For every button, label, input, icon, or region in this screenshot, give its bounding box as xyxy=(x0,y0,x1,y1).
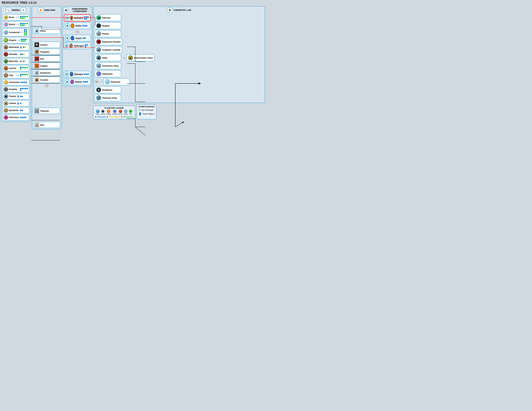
nitrogen-name: Nitrogen xyxy=(74,73,83,75)
list-item: ◈ Silicone xyxy=(95,14,121,21)
list-item: ◎ Aluminum Alloy xyxy=(95,62,121,69)
clay-dots xyxy=(20,74,28,77)
laterite-name: Laterite xyxy=(9,67,19,69)
rubber-icon: ⚙ xyxy=(96,23,101,28)
ammonium-dots xyxy=(20,82,28,83)
list-item: ❋ Hematite xyxy=(2,51,29,57)
list-item: ✿ Malachite xyxy=(2,58,29,65)
legend-title: PLANETARY LEGEND xyxy=(95,107,133,109)
list-item: ⊕ 🔵 Nitrogen xyxy=(64,71,91,78)
sulfur-dots xyxy=(83,25,89,27)
clay-name: Clay xyxy=(9,74,15,76)
tungsten-smelt-name: Tungsten xyxy=(40,51,50,53)
explosive-name: Explosive Powder xyxy=(102,41,121,43)
argon-dots xyxy=(83,37,89,39)
astronium-icon: ✾ xyxy=(3,115,8,120)
list-item: ✾ Astronium xyxy=(2,114,29,121)
tungsten-carbide-name: Tungsten Carbide xyxy=(102,49,121,51)
chem-row-hydrazine: 🌀 Hydrazine xyxy=(95,70,264,77)
other-sources-title: OTHER SOURCES xyxy=(138,106,154,108)
resin-icon: 🌿 xyxy=(3,15,8,20)
steel-icon: ◉ xyxy=(96,55,101,60)
hydrazine-name: Hydrazine xyxy=(102,73,113,75)
graphene-icon: ⚙ xyxy=(96,87,101,92)
atmo-icon: ⊕ xyxy=(64,8,68,13)
glass-smelt-icon: ◈ xyxy=(34,28,39,33)
novus-label: Novus xyxy=(118,113,123,115)
chem-row-rubber: ⚙ Rubber xyxy=(95,22,264,29)
chem-row-explosive: ❋ Explosive Powder xyxy=(95,38,264,45)
titanium-alloy-name: Titanium Alloy xyxy=(102,97,117,99)
sphalerite-name: Sphalerite xyxy=(9,109,19,112)
atmo-condenser-icon2: ⊕ xyxy=(65,23,69,28)
tungsten-smelt-icon: ❖ xyxy=(34,49,39,54)
argon-name: Argon xyxy=(75,37,82,39)
sylva-label: Sylva xyxy=(96,113,100,115)
lithium-icon: ◈ xyxy=(3,101,8,106)
smelting-column: 🔥 SMELTING ◈ Glass ⚙ Carbon ❖ Tungsten ⊕… xyxy=(32,6,61,129)
titanite-dots xyxy=(20,96,28,97)
compound-dots xyxy=(24,29,28,36)
list-item: ❋ Explosive Powder xyxy=(95,38,122,45)
list-item: ❖ Tungsten xyxy=(33,49,60,55)
methane-icon: 🌡 xyxy=(70,15,73,20)
mining-header: ⛏️ MINING ≡ xyxy=(2,8,29,13)
atrox-planet-icon: 🌿 xyxy=(129,110,132,113)
titanium-smelt-icon: ○ xyxy=(34,109,39,113)
nanocarbon-name: NanoCarbon Alloy xyxy=(134,56,153,59)
list-item: ⊕ 💙 Argon xyxy=(64,35,91,42)
nanocarbon-icon: ◈ xyxy=(128,55,133,60)
recycle-icon: ↻⚙ xyxy=(20,31,23,33)
argon-icon: 💙 xyxy=(70,36,75,41)
nitrogen-icon: 🔵 xyxy=(69,72,74,77)
hydrogen-name: Hydrogen xyxy=(74,45,84,47)
titanite-name: Titanite xyxy=(9,95,16,97)
wolframite-name: Wolframite xyxy=(9,46,19,48)
organic-dots xyxy=(21,39,28,42)
copper-smelt-name: Copper xyxy=(40,65,48,67)
copper-smelt-icon: ⊙ xyxy=(34,64,39,68)
recycle-icon: ↻⚙ xyxy=(16,23,19,26)
quartz-icon: 💠 xyxy=(3,22,8,27)
chem-row-titanium-alloy: ○ Titanium Alloy xyxy=(95,94,264,101)
malachite-icon: ✿ xyxy=(3,59,8,64)
ceramic-smelt-name: Ceramic xyxy=(40,79,48,81)
iron-smelt-icon: ⊕ xyxy=(34,56,39,61)
list-item: △ Zinc xyxy=(33,122,60,128)
vesania-label: Vesania xyxy=(112,113,117,115)
trade-platform-label: Trade Platform xyxy=(142,113,154,115)
carbon-smelt-icon: ⚙ xyxy=(34,42,39,47)
legend-type-row: ● Primary ● Secondary ● Universal xyxy=(95,115,133,118)
chem-row-diamond: ×2 → ◇ Diamond xyxy=(95,78,264,85)
list-item: ⬡ Compound ↻⚙ xyxy=(2,28,29,36)
nitrogen-dots xyxy=(84,74,89,75)
aluminum-alloy-icon: ◎ xyxy=(96,63,101,68)
list-item: ⚙ Graphene xyxy=(95,86,121,93)
chem-column: ⚗ CHEMISTRY LAB ◈ Silicone ⚙ Rubber ◎ Pl… xyxy=(93,6,265,103)
secondary-text: Secondary xyxy=(109,115,120,118)
person-icon: 👤 xyxy=(17,95,19,97)
chem-icon: ⚗ xyxy=(167,8,172,13)
list-item: ◈ Wolframite 👤 xyxy=(2,44,29,50)
zinc-smelt-name: Zinc xyxy=(40,124,44,126)
list-item: ⬡ Sphalerite xyxy=(2,107,29,113)
legend-item: ❄ Glacio xyxy=(124,110,128,115)
legend-item: 🌑 Desolo xyxy=(101,110,105,115)
chem-label: CHEMISTRY LAB xyxy=(173,9,191,11)
soil-centrifuge-icon: ↻ xyxy=(138,108,141,112)
plastic-icon: ◎ xyxy=(96,31,101,36)
chem-row-graphene: ⚙ Graphene xyxy=(95,86,264,93)
hydrazine-icon: 🌀 xyxy=(96,71,101,76)
glass-smelt-name: Glass xyxy=(40,29,46,32)
atmo-column: ⊕ ATMOSPHERIC CONDENSER ⊕ 🌡 Methane ⊕ 🔶 … xyxy=(62,6,92,87)
silicone-icon: ◈ xyxy=(96,15,101,20)
titanium-smelt-name: Titanium xyxy=(40,110,49,112)
soil-centrifuge-item: ↻ Soil Centrifuge xyxy=(138,108,154,112)
calidor-label: Calidor xyxy=(106,113,111,115)
sphalerite-icon: ⬡ xyxy=(3,108,8,113)
steel-name: Steel xyxy=(102,56,107,59)
list-item: ◎ Plastic xyxy=(95,30,121,37)
recycle-icon: ↻⚙ xyxy=(16,74,19,76)
glacio-label: Glacio xyxy=(124,113,128,115)
graphite-name: Graphite xyxy=(9,88,19,91)
